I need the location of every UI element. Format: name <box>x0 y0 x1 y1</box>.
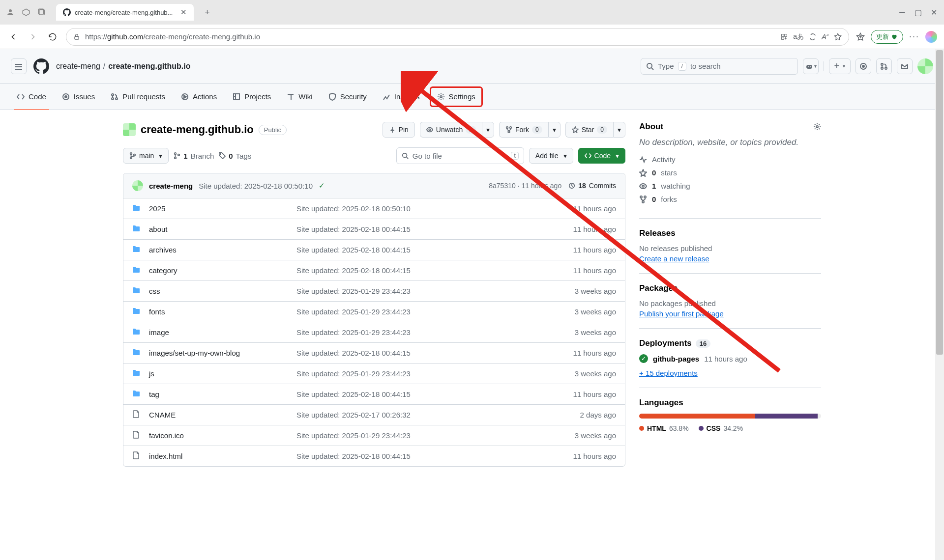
close-window-icon[interactable]: ✕ <box>928 7 939 18</box>
file-name-link[interactable]: index.html <box>149 452 296 460</box>
file-name-link[interactable]: tag <box>149 390 296 398</box>
branches-link[interactable]: 1Branch <box>174 152 214 160</box>
update-button[interactable]: 更新 <box>871 30 903 44</box>
commits-link[interactable]: 18Commits <box>568 182 616 190</box>
favorite-icon[interactable] <box>834 33 842 41</box>
deployment-item[interactable]: ✓github-pages11 hours ago <box>639 354 821 363</box>
activity-link[interactable]: Activity <box>639 155 821 164</box>
refresh-button[interactable] <box>46 30 59 43</box>
maximize-icon[interactable]: ▢ <box>913 7 923 18</box>
close-tab-icon[interactable]: ✕ <box>180 8 187 17</box>
fork-dropdown[interactable]: ▾ <box>548 122 560 138</box>
file-name-link[interactable]: 2025 <box>149 204 296 213</box>
page-scroll[interactable]: create-meng/create-meng.github.io Type /… <box>0 49 944 560</box>
file-commit-link[interactable]: Site updated: 2025-01-29 23:44:23 <box>296 308 575 316</box>
translate-icon[interactable]: aあ <box>793 32 804 41</box>
stars-link[interactable]: 0stars <box>639 168 821 177</box>
file-commit-link[interactable]: Site updated: 2025-02-18 00:44:15 <box>296 246 573 254</box>
file-name-link[interactable]: about <box>149 225 296 233</box>
create-release-link[interactable]: Create a new release <box>639 254 709 263</box>
file-commit-link[interactable]: Site updated: 2025-02-18 00:44:15 <box>296 390 573 398</box>
extensions-icon[interactable] <box>780 33 788 41</box>
tab-code[interactable]: Code <box>11 84 52 110</box>
file-name-link[interactable]: js <box>149 369 296 378</box>
commit-author-avatar[interactable] <box>132 180 143 191</box>
copilot-icon[interactable] <box>925 31 937 43</box>
sync-icon[interactable] <box>809 33 817 41</box>
more-deployments-link[interactable]: + 15 deployments <box>639 369 698 377</box>
packages-heading[interactable]: Packages <box>639 283 678 293</box>
file-commit-link[interactable]: Site updated: 2025-01-29 23:44:23 <box>296 328 575 336</box>
file-name-link[interactable]: images/set-up-my-own-blog <box>149 349 296 357</box>
file-commit-link[interactable]: Site updated: 2025-02-18 00:44:15 <box>296 452 573 460</box>
collections-icon[interactable] <box>36 7 47 18</box>
file-commit-link[interactable]: Site updated: 2025-02-18 00:44:15 <box>296 349 573 357</box>
owner-link[interactable]: create-meng <box>56 62 100 70</box>
code-button[interactable]: Code▾ <box>578 148 625 164</box>
branch-selector[interactable]: main▾ <box>123 148 169 164</box>
repo-title[interactable]: create-meng.github.io <box>141 123 254 136</box>
file-name-link[interactable]: image <box>149 328 296 336</box>
publish-package-link[interactable]: Publish your first package <box>639 309 724 318</box>
new-tab-button[interactable]: + <box>202 7 212 18</box>
language-html[interactable]: HTML63.8% <box>639 424 689 432</box>
back-button[interactable] <box>7 30 20 43</box>
gear-icon[interactable] <box>813 123 821 131</box>
tab-settings[interactable]: Settings <box>430 86 483 107</box>
status-check-icon[interactable]: ✓ <box>319 181 325 190</box>
favorites-bar-icon[interactable] <box>856 32 865 41</box>
tab-projects[interactable]: Projects <box>227 84 277 110</box>
scrollbar-thumb[interactable] <box>936 50 943 355</box>
unwatch-button[interactable]: Unwatch1 <box>420 122 482 138</box>
browser-tab[interactable]: create-meng/create-meng.github... ✕ <box>56 4 194 21</box>
releases-heading[interactable]: Releases <box>639 228 676 238</box>
pull-requests-button[interactable] <box>876 58 892 74</box>
profile-icon[interactable] <box>5 7 16 18</box>
pin-button[interactable]: Pin <box>383 122 415 138</box>
file-name-link[interactable]: CNAME <box>149 411 296 419</box>
file-name-link[interactable]: archives <box>149 246 296 254</box>
search-input[interactable]: Type / to search <box>641 58 798 75</box>
language-css[interactable]: CSS34.2% <box>699 424 743 432</box>
unwatch-dropdown[interactable]: ▾ <box>482 122 494 138</box>
commit-sha-link[interactable]: 8a75310 · 11 hours ago <box>489 182 561 190</box>
tab-actions[interactable]: Actions <box>175 84 223 110</box>
commit-author-link[interactable]: create-meng <box>149 182 193 190</box>
watching-link[interactable]: 1watching <box>639 182 821 190</box>
notifications-button[interactable] <box>897 58 913 74</box>
goto-file-input[interactable]: Go to filet <box>396 147 524 164</box>
lang-bar-css[interactable] <box>755 414 818 419</box>
workspaces-icon[interactable] <box>21 7 31 18</box>
lang-bar-other[interactable] <box>818 414 821 419</box>
tab-security[interactable]: Security <box>323 84 373 110</box>
file-name-link[interactable]: favicon.ico <box>149 431 296 440</box>
file-name-link[interactable]: category <box>149 266 296 275</box>
tags-link[interactable]: 0Tags <box>219 152 251 160</box>
tab-issues[interactable]: Issues <box>56 84 101 110</box>
repo-link[interactable]: create-meng.github.io <box>108 62 190 70</box>
create-new-button[interactable]: +▾ <box>829 58 851 74</box>
more-menu-icon[interactable]: ··· <box>909 31 919 42</box>
tab-insights[interactable]: Insights <box>377 84 426 110</box>
file-commit-link[interactable]: Site updated: 2025-01-29 23:44:23 <box>296 369 575 378</box>
nav-menu-button[interactable] <box>11 58 27 74</box>
user-avatar[interactable] <box>917 58 933 74</box>
file-commit-link[interactable]: Site updated: 2025-01-29 23:44:23 <box>296 287 575 295</box>
fork-button[interactable]: Fork0 <box>499 122 548 138</box>
star-dropdown[interactable]: ▾ <box>613 122 625 138</box>
forks-link[interactable]: 0forks <box>639 195 821 203</box>
tab-pull-requests[interactable]: Pull requests <box>105 84 171 110</box>
file-name-link[interactable]: fonts <box>149 308 296 316</box>
commit-message-link[interactable]: Site updated: 2025-02-18 00:50:10 <box>199 182 313 190</box>
star-button[interactable]: Star0 <box>565 122 613 138</box>
github-logo-icon[interactable] <box>33 58 49 74</box>
tab-wiki[interactable]: Wiki <box>281 84 318 110</box>
minimize-icon[interactable]: ─ <box>897 7 908 18</box>
file-commit-link[interactable]: Site updated: 2025-02-18 00:44:15 <box>296 266 573 275</box>
issues-button[interactable] <box>856 58 871 74</box>
file-commit-link[interactable]: Site updated: 2025-02-17 00:26:32 <box>296 411 580 419</box>
file-commit-link[interactable]: Site updated: 2025-02-18 00:50:10 <box>296 204 573 213</box>
copilot-chat-button[interactable]: ▾ <box>803 58 819 74</box>
deployments-heading[interactable]: Deployments16 <box>639 338 710 348</box>
url-input[interactable]: https://github.com/create-meng/create-me… <box>66 28 849 46</box>
